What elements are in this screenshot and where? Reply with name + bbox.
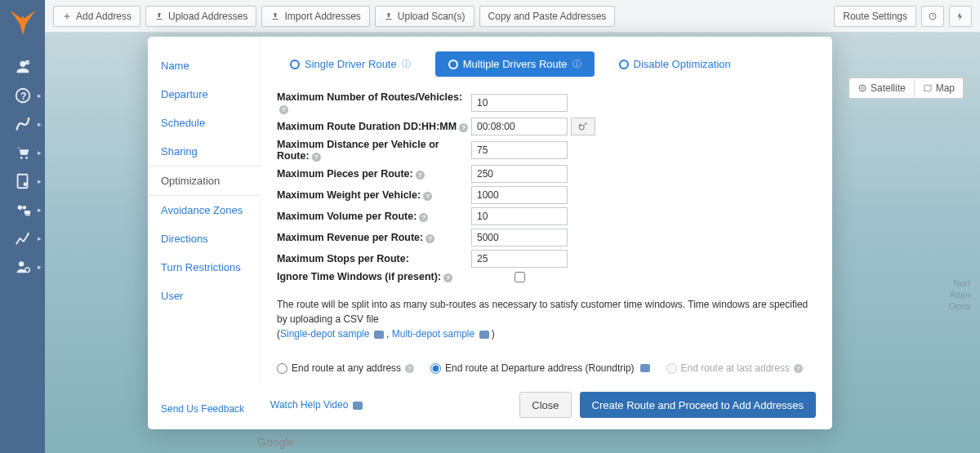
route-settings-button[interactable]: Route Settings	[834, 6, 916, 27]
ignore-tw-checkbox[interactable]	[514, 272, 525, 282]
info-text: The route will be split into as many sub…	[277, 297, 816, 341]
import-addresses-label: Import Addresses	[284, 11, 360, 22]
duration-picker-button[interactable]	[571, 118, 595, 135]
tab-optimization[interactable]: Optimization	[148, 166, 261, 196]
sidebar-routes-icon[interactable]: ▸	[0, 109, 45, 138]
video-icon	[640, 364, 650, 372]
map-button[interactable]: Map	[914, 78, 963, 98]
upload-addresses-label: Upload Addresses	[168, 11, 247, 22]
toolbar-bolt-icon[interactable]	[949, 6, 972, 27]
help-icon[interactable]: ?	[443, 273, 452, 282]
close-button[interactable]: Close	[519, 392, 571, 418]
help-icon[interactable]: ?	[416, 171, 425, 180]
svg-text:?: ?	[20, 90, 26, 101]
map-type-controls: Satellite Map	[849, 78, 964, 99]
svg-point-7	[23, 182, 27, 186]
svg-point-12	[28, 214, 29, 215]
sidebar-admin-icon[interactable]: ▸	[0, 252, 45, 281]
max-stops-label: Maximum Stops per Route:	[277, 253, 471, 264]
sidebar-analytics-icon[interactable]: ▸	[0, 224, 45, 252]
svg-text:?: ?	[932, 14, 934, 19]
video-icon	[374, 331, 384, 339]
max-weight-input[interactable]	[471, 186, 568, 204]
max-volume-input[interactable]	[471, 207, 568, 225]
help-icon[interactable]: ?	[459, 123, 468, 132]
sidebar-cart-icon[interactable]: ▸	[0, 138, 45, 167]
svg-point-8	[17, 205, 21, 210]
svg-rect-6	[17, 174, 27, 188]
svg-rect-10	[24, 210, 29, 214]
tab-turn-restrictions[interactable]: Turn Restrictions	[148, 253, 260, 282]
tab-name[interactable]: Name	[148, 51, 260, 80]
max-distance-label: Maximum Distance per Vehicle or Route:?	[277, 139, 471, 162]
max-weight-label: Maximum Weight per Vehicle:?	[277, 189, 471, 201]
video-icon	[353, 402, 363, 410]
end-last-option: End route at last address?	[666, 362, 803, 374]
satellite-label: Satellite	[871, 82, 906, 94]
route-settings-label: Route Settings	[843, 11, 907, 22]
multiple-drivers-tab[interactable]: Multiple Drivers Routeⓘ	[435, 51, 595, 77]
help-icon[interactable]: ?	[423, 192, 432, 201]
help-icon[interactable]: ?	[405, 364, 414, 373]
map-attribution: Google	[257, 436, 294, 449]
end-route-options: End route at any address? End route at D…	[277, 351, 816, 374]
max-revenue-input[interactable]	[471, 229, 568, 246]
help-icon[interactable]: ?	[425, 234, 434, 243]
max-distance-input[interactable]	[471, 141, 568, 159]
svg-text:+: +	[26, 60, 29, 64]
max-routes-input[interactable]	[471, 94, 568, 112]
radio-icon	[290, 60, 300, 69]
tab-avoidance-zones[interactable]: Avoidance Zones	[148, 196, 260, 224]
sidebar-users-icon[interactable]: +	[0, 52, 45, 81]
max-pieces-input[interactable]	[471, 165, 568, 183]
watch-help-video-link[interactable]: Watch Help Video	[270, 399, 363, 411]
copy-paste-label: Copy and Paste Addresses	[488, 11, 607, 22]
import-addresses-button[interactable]: Import Addresses	[261, 6, 369, 27]
send-feedback-link[interactable]: Send Us Feedback	[161, 403, 244, 415]
max-volume-label: Maximum Volume per Route:?	[277, 211, 471, 222]
video-icon	[479, 331, 489, 339]
end-any-option[interactable]: End route at any address?	[277, 362, 414, 374]
max-stops-input[interactable]	[471, 250, 568, 268]
disable-optimization-tab[interactable]: Disable Optimization	[606, 51, 744, 77]
create-route-button[interactable]: Create Route and Proceed to Add Addresse…	[580, 392, 816, 418]
single-depot-sample-link[interactable]: Single-depot sample	[280, 328, 384, 340]
copy-paste-button[interactable]: Copy and Paste Addresses	[479, 6, 616, 27]
icon-sidebar: + ?▸ ▸ ▸ ▸ ▸ ▸ ▸	[0, 0, 45, 453]
ocean-label: Nort Atlan Ocea	[949, 278, 970, 312]
tab-schedule[interactable]: Schedule	[148, 109, 260, 137]
radio-icon	[619, 60, 629, 69]
max-duration-label: Maximum Route Duration DD:HH:MM?	[277, 121, 471, 132]
tab-sharing[interactable]: Sharing	[148, 137, 260, 166]
upload-scans-label: Upload Scan(s)	[398, 11, 466, 22]
upload-scans-button[interactable]: Upload Scan(s)	[375, 6, 474, 27]
max-pieces-label: Maximum Pieces per Route:?	[277, 168, 471, 180]
help-icon[interactable]: ?	[312, 153, 321, 162]
single-driver-tab[interactable]: Single Driver Routeⓘ	[277, 51, 424, 77]
svg-point-5	[25, 157, 28, 159]
tab-departure[interactable]: Departure	[148, 80, 260, 109]
tab-directions[interactable]: Directions	[148, 224, 260, 253]
help-icon: ⓘ	[402, 58, 411, 70]
sidebar-help-icon[interactable]: ?▸	[0, 81, 45, 109]
help-icon[interactable]: ?	[419, 213, 428, 222]
tab-user[interactable]: User	[148, 282, 260, 310]
sidebar-addressbook-icon[interactable]: ▸	[0, 167, 45, 195]
ignore-tw-label: Ignore Time Windows (if present):?	[277, 271, 471, 282]
route-settings-modal: Name Departure Schedule Sharing Optimiza…	[148, 37, 832, 429]
satellite-button[interactable]: Satellite	[849, 78, 914, 98]
multi-depot-sample-link[interactable]: Multi-depot sample	[392, 328, 489, 340]
help-icon: ?	[794, 364, 803, 373]
top-toolbar: Add Address Upload Addresses Import Addr…	[45, 0, 980, 33]
sidebar-fleet-icon[interactable]: ▸	[0, 195, 45, 224]
radio-icon	[448, 60, 458, 69]
svg-point-18	[579, 125, 584, 130]
max-routes-label: Maximum Number of Routes/Vehicles:?	[277, 91, 471, 114]
help-icon[interactable]: ?	[279, 105, 288, 114]
svg-point-13	[18, 261, 23, 266]
upload-addresses-button[interactable]: Upload Addresses	[145, 6, 256, 27]
add-address-button[interactable]: Add Address	[53, 6, 140, 27]
max-duration-input[interactable]	[471, 118, 568, 135]
toolbar-help-icon[interactable]: ?	[921, 6, 944, 27]
end-departure-option[interactable]: End route at Departure address (Roundtri…	[430, 362, 649, 374]
